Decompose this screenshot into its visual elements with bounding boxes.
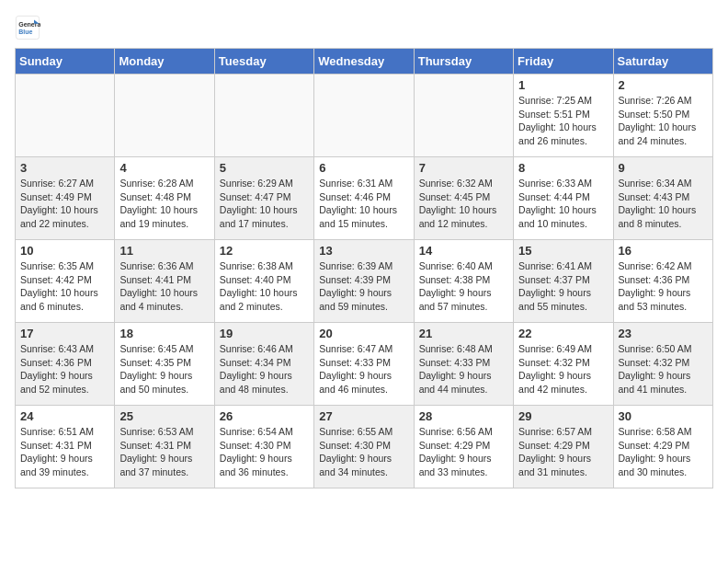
calendar-cell: 19Sunrise: 6:46 AM Sunset: 4:34 PM Dayli…	[214, 323, 313, 406]
cell-details: Sunrise: 6:55 AM Sunset: 4:30 PM Dayligh…	[319, 425, 408, 479]
cell-details: Sunrise: 6:32 AM Sunset: 4:45 PM Dayligh…	[419, 177, 508, 231]
calendar-cell: 3Sunrise: 6:27 AM Sunset: 4:49 PM Daylig…	[16, 157, 115, 240]
cell-details: Sunrise: 6:45 AM Sunset: 4:35 PM Dayligh…	[119, 342, 209, 396]
calendar-cell: 9Sunrise: 6:34 AM Sunset: 4:43 PM Daylig…	[613, 157, 712, 240]
day-number: 21	[419, 327, 508, 340]
calendar-cell: 15Sunrise: 6:41 AM Sunset: 4:37 PM Dayli…	[514, 240, 613, 323]
calendar-cell: 12Sunrise: 6:38 AM Sunset: 4:40 PM Dayli…	[214, 240, 313, 323]
cell-details: Sunrise: 6:53 AM Sunset: 4:31 PM Dayligh…	[119, 425, 209, 479]
calendar-cell: 17Sunrise: 6:43 AM Sunset: 4:36 PM Dayli…	[16, 323, 115, 406]
cell-details: Sunrise: 6:34 AM Sunset: 4:43 PM Dayligh…	[619, 177, 708, 231]
cell-details: Sunrise: 6:35 AM Sunset: 4:42 PM Dayligh…	[20, 259, 109, 314]
day-number: 12	[220, 244, 309, 258]
calendar-cell: 30Sunrise: 6:58 AM Sunset: 4:29 PM Dayli…	[613, 406, 712, 488]
cell-details: Sunrise: 7:26 AM Sunset: 5:50 PM Dayligh…	[619, 94, 708, 148]
cell-details: Sunrise: 6:39 AM Sunset: 4:39 PM Dayligh…	[319, 259, 408, 314]
weekday-header-thursday: Thursday	[414, 49, 513, 75]
calendar-cell: 2Sunrise: 7:26 AM Sunset: 5:50 PM Daylig…	[613, 75, 712, 157]
cell-details: Sunrise: 6:46 AM Sunset: 4:34 PM Dayligh…	[220, 342, 309, 396]
day-number: 9	[619, 161, 708, 175]
cell-details: Sunrise: 6:31 AM Sunset: 4:46 PM Dayligh…	[319, 177, 408, 231]
logo: General Blue	[15, 15, 40, 40]
day-number: 19	[220, 327, 309, 340]
calendar-table: SundayMondayTuesdayWednesdayThursdayFrid…	[15, 48, 713, 488]
calendar-cell	[314, 75, 414, 157]
day-number: 14	[419, 244, 508, 258]
calendar-week-1: 1Sunrise: 7:25 AM Sunset: 5:51 PM Daylig…	[16, 75, 713, 157]
weekday-header-saturday: Saturday	[613, 49, 712, 75]
day-number: 16	[619, 244, 708, 258]
calendar-cell: 24Sunrise: 6:51 AM Sunset: 4:31 PM Dayli…	[16, 406, 115, 488]
calendar-cell: 23Sunrise: 6:50 AM Sunset: 4:32 PM Dayli…	[613, 323, 712, 406]
cell-details: Sunrise: 6:50 AM Sunset: 4:32 PM Dayligh…	[619, 342, 708, 396]
svg-text:Blue: Blue	[18, 29, 32, 35]
day-number: 11	[119, 244, 209, 258]
day-number: 25	[119, 409, 209, 423]
day-number: 4	[119, 161, 209, 175]
logo-icon: General Blue	[15, 15, 40, 40]
calendar-week-3: 10Sunrise: 6:35 AM Sunset: 4:42 PM Dayli…	[16, 240, 713, 323]
calendar-cell	[214, 75, 313, 157]
calendar-body: 1Sunrise: 7:25 AM Sunset: 5:51 PM Daylig…	[16, 75, 713, 488]
weekday-header-tuesday: Tuesday	[214, 49, 313, 75]
day-number: 24	[20, 409, 109, 423]
svg-text:General: General	[18, 21, 40, 28]
calendar-cell	[16, 75, 115, 157]
cell-details: Sunrise: 7:25 AM Sunset: 5:51 PM Dayligh…	[518, 94, 608, 148]
calendar-cell: 1Sunrise: 7:25 AM Sunset: 5:51 PM Daylig…	[514, 75, 613, 157]
cell-details: Sunrise: 6:36 AM Sunset: 4:41 PM Dayligh…	[119, 259, 209, 314]
cell-details: Sunrise: 6:38 AM Sunset: 4:40 PM Dayligh…	[220, 259, 309, 314]
day-number: 22	[518, 327, 608, 340]
cell-details: Sunrise: 6:47 AM Sunset: 4:33 PM Dayligh…	[319, 342, 408, 396]
day-number: 20	[319, 327, 408, 340]
cell-details: Sunrise: 6:54 AM Sunset: 4:30 PM Dayligh…	[220, 425, 309, 479]
day-number: 23	[619, 327, 708, 340]
cell-details: Sunrise: 6:29 AM Sunset: 4:47 PM Dayligh…	[220, 177, 309, 231]
calendar-cell: 10Sunrise: 6:35 AM Sunset: 4:42 PM Dayli…	[16, 240, 115, 323]
calendar-cell: 8Sunrise: 6:33 AM Sunset: 4:44 PM Daylig…	[514, 157, 613, 240]
day-number: 27	[319, 409, 408, 423]
calendar-cell: 5Sunrise: 6:29 AM Sunset: 4:47 PM Daylig…	[214, 157, 313, 240]
day-number: 1	[518, 78, 608, 92]
day-number: 7	[419, 161, 508, 175]
calendar-cell: 4Sunrise: 6:28 AM Sunset: 4:48 PM Daylig…	[115, 157, 214, 240]
calendar-cell: 6Sunrise: 6:31 AM Sunset: 4:46 PM Daylig…	[314, 157, 414, 240]
day-number: 15	[518, 244, 608, 258]
day-number: 26	[220, 409, 309, 423]
calendar-cell: 13Sunrise: 6:39 AM Sunset: 4:39 PM Dayli…	[314, 240, 414, 323]
day-number: 18	[119, 327, 209, 340]
calendar-cell: 20Sunrise: 6:47 AM Sunset: 4:33 PM Dayli…	[314, 323, 414, 406]
day-number: 2	[619, 78, 708, 92]
day-number: 28	[419, 409, 508, 423]
day-number: 13	[319, 244, 408, 258]
day-number: 29	[518, 409, 608, 423]
calendar-cell: 16Sunrise: 6:42 AM Sunset: 4:36 PM Dayli…	[613, 240, 712, 323]
calendar-week-5: 24Sunrise: 6:51 AM Sunset: 4:31 PM Dayli…	[16, 406, 713, 488]
svg-rect-0	[16, 16, 39, 39]
cell-details: Sunrise: 6:27 AM Sunset: 4:49 PM Dayligh…	[20, 177, 109, 231]
calendar-cell: 27Sunrise: 6:55 AM Sunset: 4:30 PM Dayli…	[314, 406, 414, 488]
day-number: 30	[619, 409, 708, 423]
weekday-header-friday: Friday	[514, 49, 613, 75]
cell-details: Sunrise: 6:41 AM Sunset: 4:37 PM Dayligh…	[518, 259, 608, 314]
day-number: 10	[20, 244, 109, 258]
calendar-cell: 18Sunrise: 6:45 AM Sunset: 4:35 PM Dayli…	[115, 323, 214, 406]
calendar-week-4: 17Sunrise: 6:43 AM Sunset: 4:36 PM Dayli…	[16, 323, 713, 406]
weekday-header-monday: Monday	[115, 49, 214, 75]
weekday-header-row: SundayMondayTuesdayWednesdayThursdayFrid…	[16, 49, 713, 75]
cell-details: Sunrise: 6:48 AM Sunset: 4:33 PM Dayligh…	[419, 342, 508, 396]
calendar-cell: 14Sunrise: 6:40 AM Sunset: 4:38 PM Dayli…	[414, 240, 513, 323]
weekday-header-wednesday: Wednesday	[314, 49, 414, 75]
calendar-cell: 25Sunrise: 6:53 AM Sunset: 4:31 PM Dayli…	[115, 406, 214, 488]
calendar-cell: 22Sunrise: 6:49 AM Sunset: 4:32 PM Dayli…	[514, 323, 613, 406]
day-number: 3	[20, 161, 109, 175]
cell-details: Sunrise: 6:56 AM Sunset: 4:29 PM Dayligh…	[419, 425, 508, 479]
cell-details: Sunrise: 6:57 AM Sunset: 4:29 PM Dayligh…	[518, 425, 608, 479]
cell-details: Sunrise: 6:43 AM Sunset: 4:36 PM Dayligh…	[20, 342, 109, 396]
calendar-cell: 7Sunrise: 6:32 AM Sunset: 4:45 PM Daylig…	[414, 157, 513, 240]
cell-details: Sunrise: 6:40 AM Sunset: 4:38 PM Dayligh…	[419, 259, 508, 314]
cell-details: Sunrise: 6:51 AM Sunset: 4:31 PM Dayligh…	[20, 425, 109, 479]
cell-details: Sunrise: 6:42 AM Sunset: 4:36 PM Dayligh…	[619, 259, 708, 314]
calendar-cell: 29Sunrise: 6:57 AM Sunset: 4:29 PM Dayli…	[514, 406, 613, 488]
calendar-cell: 21Sunrise: 6:48 AM Sunset: 4:33 PM Dayli…	[414, 323, 513, 406]
